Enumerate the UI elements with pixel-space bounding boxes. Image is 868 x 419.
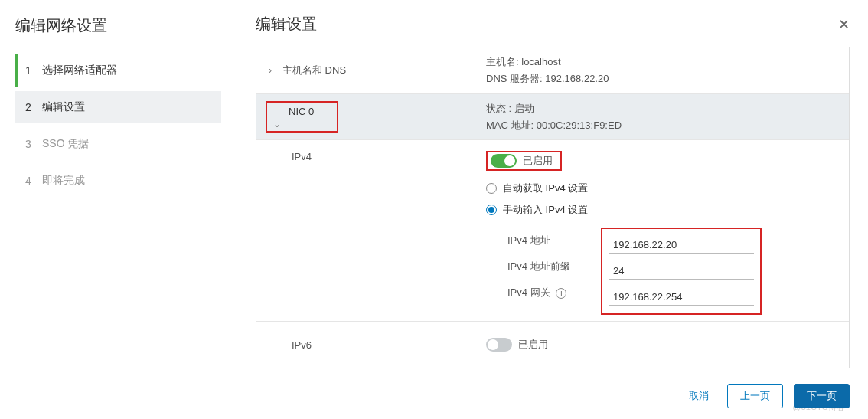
- ipv6-row: IPv6 已启用: [256, 322, 849, 368]
- ipv4-gateway-input[interactable]: [609, 289, 754, 306]
- info-icon[interactable]: i: [556, 288, 566, 299]
- chevron-down-icon[interactable]: ⌄: [273, 119, 287, 129]
- hostname-value: localhost: [521, 56, 560, 67]
- ipv4-gateway-label: IPv4 网关 i: [486, 286, 601, 300]
- step-number: 2: [25, 101, 42, 113]
- step-select-adapter[interactable]: 1 选择网络适配器: [15, 54, 221, 87]
- close-icon[interactable]: ✕: [838, 16, 850, 33]
- step-number: 1: [25, 64, 42, 77]
- settings-panel: › 主机名和 DNS 主机名: localhost DNS 服务器: 192.1…: [256, 47, 850, 368]
- nic-state-key: 状态 :: [486, 103, 511, 114]
- dns-value: 192.168.22.20: [545, 73, 609, 84]
- step-label: 选择网络适配器: [42, 64, 117, 77]
- dns-key: DNS 服务器:: [486, 73, 543, 84]
- step-sso-credentials[interactable]: 3 SSO 凭据: [15, 128, 221, 160]
- hostname-dns-row: › 主机名和 DNS 主机名: localhost DNS 服务器: 192.1…: [256, 47, 849, 94]
- step-label: SSO 凭据: [42, 137, 89, 151]
- nic-row: NIC 0 ⌄ 状态 : 启动 MAC 地址: 00:0C:29:13:F9:E…: [256, 94, 849, 140]
- step-label: 即将完成: [42, 174, 85, 188]
- ipv6-enabled-toggle[interactable]: [486, 338, 512, 352]
- step-label: 编辑设置: [42, 100, 85, 114]
- ipv4-manual-label: 手动输入 IPv4 设置: [503, 203, 588, 217]
- ipv4-inputs-highlight: [601, 228, 762, 315]
- nic-highlight-box: NIC 0 ⌄: [266, 101, 338, 133]
- ipv4-enabled-toggle[interactable]: [491, 154, 517, 168]
- ipv6-enabled-text: 已启用: [518, 338, 548, 352]
- ipv4-label: IPv4: [292, 151, 312, 162]
- nic-mac-value: 00:0C:29:13:F9:ED: [537, 119, 622, 131]
- ipv4-toggle-highlight: 已启用: [486, 151, 562, 171]
- radio-icon: [486, 183, 497, 194]
- step-edit-settings[interactable]: 2 编辑设置: [15, 91, 221, 123]
- ipv4-row: IPv4 已启用 自动获取 IPv4 设置: [256, 140, 849, 322]
- step-number: 3: [25, 138, 42, 150]
- nic-state-value: 启动: [514, 103, 534, 114]
- section-label: 主机名和 DNS: [282, 64, 346, 77]
- nic-mac-key: MAC 地址:: [486, 119, 534, 131]
- ipv6-label: IPv6: [292, 339, 312, 351]
- step-number: 4: [25, 175, 42, 187]
- page-title: 编辑设置: [256, 14, 317, 34]
- wizard-footer: 取消 上一页 下一页: [681, 384, 850, 408]
- ipv4-manual-radio-row[interactable]: 手动输入 IPv4 设置: [486, 203, 837, 217]
- wizard-title: 编辑网络设置: [15, 15, 221, 36]
- hostname-key: 主机名:: [486, 56, 519, 67]
- ipv4-address-label: IPv4 地址: [486, 234, 601, 247]
- cancel-button[interactable]: 取消: [681, 385, 716, 408]
- prev-button[interactable]: 上一页: [727, 384, 783, 408]
- ipv4-auto-label: 自动获取 IPv4 设置: [503, 182, 588, 195]
- ipv4-enabled-text: 已启用: [523, 154, 553, 168]
- radio-checked-icon: [486, 205, 497, 215]
- step-finish[interactable]: 4 即将完成: [15, 165, 221, 197]
- ipv4-address-input[interactable]: [609, 237, 754, 254]
- chevron-right-icon[interactable]: ›: [269, 65, 282, 76]
- ipv4-prefix-input[interactable]: [609, 263, 754, 280]
- ipv4-prefix-label: IPv4 地址前缀: [486, 260, 601, 273]
- ipv4-field-grid: IPv4 地址 IPv4 地址前缀 IPv4 网关 i: [486, 228, 837, 315]
- ipv4-auto-radio-row[interactable]: 自动获取 IPv4 设置: [486, 182, 837, 195]
- nic-name: NIC 0: [275, 106, 314, 117]
- next-button[interactable]: 下一页: [794, 384, 850, 408]
